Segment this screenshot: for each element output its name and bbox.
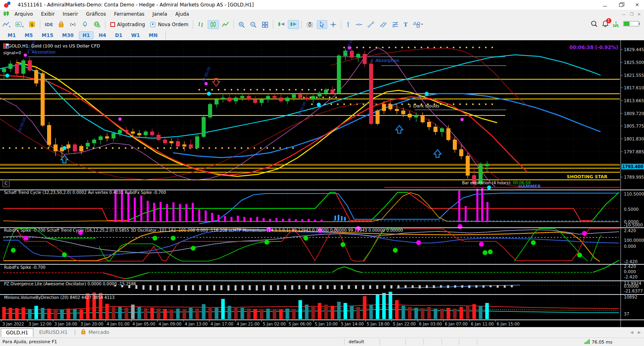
market-watch-dollar-icon[interactable]: $ xyxy=(27,20,37,29)
timeframe-bar: M1 M5 M15 M30 H1 H4 D1 W1 MN xyxy=(0,31,644,41)
chart-profile-dropdown[interactable] xyxy=(13,20,26,29)
svg-text:1817.610: 1817.610 xyxy=(624,85,644,90)
svg-text:1821.555: 1821.555 xyxy=(624,73,644,78)
zoom-out-icon[interactable] xyxy=(248,20,259,29)
fibonacci-tool-icon[interactable] xyxy=(390,20,401,29)
marketplace-bag-icon[interactable] xyxy=(56,20,66,29)
community-icon[interactable] xyxy=(91,20,103,29)
svg-text:3 Jan 20:00: 3 Jan 20:00 xyxy=(80,322,103,326)
tab-mercado[interactable]: Mercado xyxy=(89,328,114,336)
svg-text:100.00000: 100.00000 xyxy=(624,238,644,243)
tf-mn[interactable]: MN xyxy=(145,31,161,39)
title-bar: 41511161 - AdmiralMarkets-Demo: Conta De… xyxy=(0,0,644,10)
line-chart-type-icon[interactable] xyxy=(220,20,231,29)
svg-text:0.5000: 0.5000 xyxy=(624,207,639,212)
svg-text:10892: 10892 xyxy=(624,295,637,299)
menu-janela[interactable]: Janela xyxy=(149,10,171,18)
window-title: 41511161 - AdmiralMarkets-Demo: Conta De… xyxy=(18,2,254,8)
tile-windows-icon[interactable] xyxy=(260,20,270,29)
bars-chart-type-icon[interactable] xyxy=(196,20,207,29)
svg-text:1789.995: 1789.995 xyxy=(624,175,644,179)
svg-text:6 Jan 07:00: 6 Jan 07:00 xyxy=(445,322,468,326)
candles-chart-type-icon[interactable] xyxy=(208,20,219,29)
svg-text:4 Jan 13:00: 4 Jan 13:00 xyxy=(185,322,208,326)
crosshair-icon[interactable] xyxy=(328,20,339,29)
horizontal-line-tool-icon[interactable] xyxy=(353,20,365,29)
svg-text:0.000: 0.000 xyxy=(624,244,636,249)
text-tool-icon[interactable]: T xyxy=(402,21,410,29)
svg-text:3 Jan 2022: 3 Jan 2022 xyxy=(2,322,24,326)
tab-scroll-left[interactable]: ◀ xyxy=(630,330,633,334)
search-icon[interactable] xyxy=(590,20,598,29)
tf-d1[interactable]: D1 xyxy=(111,31,126,39)
svg-text:37: 37 xyxy=(624,311,629,316)
chart-tab-bar: GOLD,H1 EURUSD,H1 | Mercado ◀ ▶ xyxy=(0,327,644,338)
tf-m15[interactable]: M15 xyxy=(38,31,57,39)
svg-text:4 Jan 05:00: 4 Jan 05:00 xyxy=(132,322,155,326)
child-minimize-button[interactable]: — xyxy=(622,12,626,16)
child-close-button[interactable]: ✕ xyxy=(638,12,641,16)
svg-text:1813.665: 1813.665 xyxy=(624,98,644,103)
menu-ajuda[interactable]: Ajuda xyxy=(171,10,193,18)
new-order-button[interactable]: Nova Ordem xyxy=(148,20,190,29)
tf-h4[interactable]: H4 xyxy=(95,31,109,39)
svg-text:0.0000: 0.0000 xyxy=(624,284,639,288)
market-bag-icon xyxy=(80,329,86,336)
chart-shift-icon[interactable] xyxy=(288,20,299,29)
menu-exibir[interactable]: Exibir xyxy=(37,10,59,18)
status-bar: Para Ajuda, pressione F1 default 76.05 m… xyxy=(0,338,644,346)
notification-badge: 1 xyxy=(606,18,611,23)
vertical-line-tool-icon[interactable] xyxy=(344,20,353,29)
svg-text:-2.420: -2.420 xyxy=(624,259,638,264)
lvl-indicator[interactable]: ⇑LVL xyxy=(613,21,619,28)
menu-ferramentas[interactable]: Ferramentas xyxy=(110,10,149,18)
chart-canvas[interactable]: 13:00:0009:00:0017:00:0009:00:0016:00:00… xyxy=(0,40,644,327)
shapes-tool-dropdown[interactable] xyxy=(411,20,425,29)
zoom-in-icon[interactable] xyxy=(236,20,247,29)
svg-text:-10.5000: -10.5000 xyxy=(624,222,643,227)
cursor-icon[interactable] xyxy=(317,20,327,29)
status-profile[interactable]: default xyxy=(349,339,364,344)
ide-button[interactable]: IDE xyxy=(43,21,55,29)
menu-bar: Arquivo Exibir Inserir Gráficos Ferramen… xyxy=(0,10,644,19)
svg-text:6 Jan 11:00: 6 Jan 11:00 xyxy=(471,322,494,326)
tf-w1[interactable]: W1 xyxy=(128,31,144,39)
child-restore-button[interactable]: ❐ xyxy=(630,12,634,16)
channel-tool-icon[interactable] xyxy=(378,20,389,29)
svg-text:1805.775: 1805.775 xyxy=(624,124,644,128)
notifications-bell-icon[interactable]: 1 xyxy=(602,20,609,29)
svg-text:-21.6377: -21.6377 xyxy=(624,288,643,293)
svg-text:3 Jan 16:00: 3 Jan 16:00 xyxy=(54,322,77,326)
restore-button[interactable] xyxy=(618,2,624,8)
tf-m1[interactable]: M1 xyxy=(4,31,19,39)
menu-graficos[interactable]: Gráficos xyxy=(82,10,110,18)
signals-icon[interactable] xyxy=(67,20,78,29)
tab-eurusd-h1[interactable]: EURUSD,H1 xyxy=(34,328,72,336)
svg-text:5 Jan 14:00: 5 Jan 14:00 xyxy=(341,322,364,326)
minimize-button[interactable] xyxy=(602,2,608,8)
svg-text:4 Jan 17:00: 4 Jan 17:00 xyxy=(211,322,233,326)
tf-m5[interactable]: M5 xyxy=(21,31,36,39)
screenshot-camera-icon[interactable] xyxy=(304,20,316,29)
tab-gold-h1[interactable]: GOLD,H1 xyxy=(1,328,33,337)
mt5-logo-icon xyxy=(3,1,15,9)
vps-icon[interactable] xyxy=(79,20,91,29)
svg-text:3 Jan 12:00: 3 Jan 12:00 xyxy=(29,322,52,326)
algotrading-button[interactable]: Algotrading xyxy=(108,21,147,29)
svg-text:5 Jan 06:00: 5 Jan 06:00 xyxy=(289,322,312,326)
tf-m30[interactable]: M30 xyxy=(58,31,77,39)
tab-scroll-right[interactable]: ▶ xyxy=(638,330,641,334)
auto-scroll-icon[interactable] xyxy=(276,20,287,29)
connection-level-icon xyxy=(623,20,640,29)
close-button[interactable]: ✕ xyxy=(634,2,640,8)
tf-h1[interactable]: H1 xyxy=(79,31,93,39)
menu-inserir[interactable]: Inserir xyxy=(59,10,82,18)
trendline-tool-icon[interactable] xyxy=(365,20,377,29)
svg-text:2.420: 2.420 xyxy=(624,228,636,233)
svg-text:$: $ xyxy=(31,23,33,27)
menu-arquivo[interactable]: Arquivo xyxy=(10,10,37,18)
svg-text:4 Jan 01:00: 4 Jan 01:00 xyxy=(107,322,130,326)
status-help-text: Para Ajuda, pressione F1 xyxy=(2,339,57,344)
chart-type-dropdown[interactable] xyxy=(0,20,12,29)
toolbar: $ IDE Algotrading Nova Ordem T 1 ⇑LVL xyxy=(0,19,644,31)
